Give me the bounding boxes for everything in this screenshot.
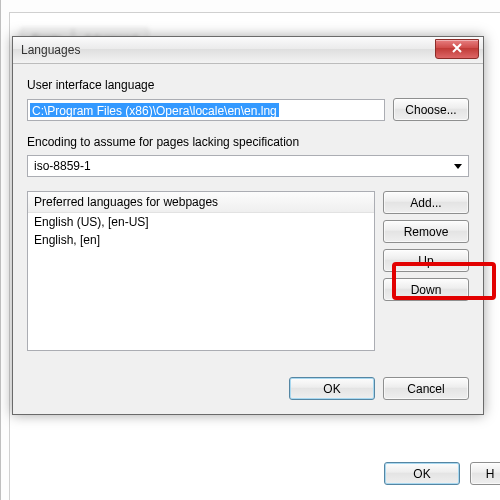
add-button[interactable]: Add... <box>383 191 469 214</box>
choose-button[interactable]: Choose... <box>393 98 469 121</box>
up-button[interactable]: Up <box>383 249 469 272</box>
list-item[interactable]: English, [en] <box>28 231 374 249</box>
preferred-languages-listbox[interactable]: Preferred languages for webpages English… <box>27 191 375 351</box>
close-icon <box>452 43 462 55</box>
cancel-button[interactable]: Cancel <box>383 377 469 400</box>
ok-button[interactable]: OK <box>289 377 375 400</box>
dialog-buttons: OK Cancel <box>13 365 483 414</box>
list-item[interactable]: English (US), [en-US] <box>28 213 374 231</box>
list-side-buttons: Add... Remove Up Down <box>383 191 469 351</box>
encoding-combobox[interactable]: iso-8859-1 <box>27 155 469 177</box>
parent-dialog-buttons: OK H <box>384 462 500 485</box>
titlebar: Languages <box>13 37 483 64</box>
dialog-client: User interface language C:\Program Files… <box>13 64 483 365</box>
encoding-value: iso-8859-1 <box>34 159 454 173</box>
chevron-down-icon <box>454 164 462 169</box>
parent-help-button[interactable]: H <box>470 462 500 485</box>
down-button[interactable]: Down <box>383 278 469 301</box>
close-button[interactable] <box>435 39 479 59</box>
dialog-title: Languages <box>13 43 80 57</box>
listbox-header: Preferred languages for webpages <box>28 192 374 213</box>
remove-button[interactable]: Remove <box>383 220 469 243</box>
encoding-label: Encoding to assume for pages lacking spe… <box>27 135 469 149</box>
parent-ok-button[interactable]: OK <box>384 462 460 485</box>
ui-language-path-value: C:\Program Files (x86)\Opera\locale\en\e… <box>30 103 279 117</box>
languages-dialog: Languages User interface language C:\Pro… <box>12 36 484 415</box>
ui-language-label: User interface language <box>27 78 469 92</box>
ui-language-path-field[interactable]: C:\Program Files (x86)\Opera\locale\en\e… <box>27 99 385 121</box>
